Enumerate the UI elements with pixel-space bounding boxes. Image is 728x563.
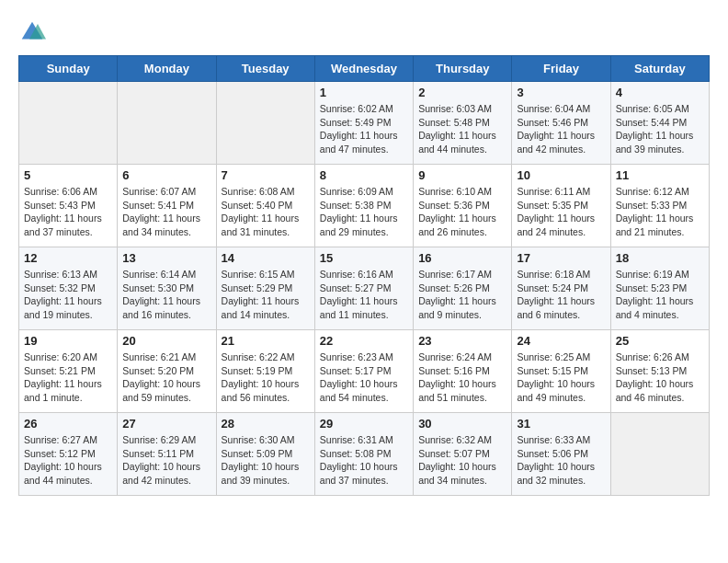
day-number: 1: [320, 86, 408, 99]
day-number: 25: [616, 334, 704, 348]
day-info: Sunrise: 6:17 AMSunset: 5:26 PMDaylight:…: [418, 268, 506, 322]
day-number: 26: [24, 417, 112, 431]
weekday-header-wednesday: Wednesday: [314, 56, 413, 82]
calendar-cell: 20Sunrise: 6:21 AMSunset: 5:20 PMDayligh…: [118, 330, 216, 413]
day-info: Sunrise: 6:22 AMSunset: 5:19 PMDaylight:…: [222, 350, 310, 405]
day-info: Sunrise: 6:08 AMSunset: 5:40 PMDaylight:…: [222, 185, 310, 239]
calendar-cell: 22Sunrise: 6:23 AMSunset: 5:17 PMDayligh…: [314, 330, 413, 413]
calendar-cell: 7Sunrise: 6:08 AMSunset: 5:40 PMDaylight…: [216, 165, 314, 247]
calendar-cell: 28Sunrise: 6:30 AMSunset: 5:09 PMDayligh…: [216, 413, 314, 496]
calendar-cell: 29Sunrise: 6:31 AMSunset: 5:08 PMDayligh…: [314, 413, 413, 496]
weekday-header-tuesday: Tuesday: [216, 56, 314, 82]
calendar-cell: 27Sunrise: 6:29 AMSunset: 5:11 PMDayligh…: [118, 413, 216, 496]
calendar-cell: 6Sunrise: 6:07 AMSunset: 5:41 PMDaylight…: [118, 165, 216, 247]
weekday-header-saturday: Saturday: [610, 56, 709, 82]
day-number: 15: [320, 251, 408, 265]
day-number: 11: [616, 168, 704, 182]
day-info: Sunrise: 6:05 AMSunset: 5:44 PMDaylight:…: [616, 102, 704, 156]
calendar-cell: 11Sunrise: 6:12 AMSunset: 5:33 PMDayligh…: [610, 165, 709, 247]
calendar-cell: 2Sunrise: 6:03 AMSunset: 5:48 PMDaylight…: [414, 82, 512, 165]
day-info: Sunrise: 6:14 AMSunset: 5:30 PMDaylight:…: [122, 268, 210, 322]
calendar-cell: 21Sunrise: 6:22 AMSunset: 5:19 PMDayligh…: [216, 330, 314, 413]
day-number: 6: [122, 168, 210, 182]
logo: [18, 18, 50, 46]
day-info: Sunrise: 6:32 AMSunset: 5:07 PMDaylight:…: [418, 433, 506, 488]
page-header: [18, 18, 710, 46]
day-info: Sunrise: 6:02 AMSunset: 5:49 PMDaylight:…: [320, 102, 408, 156]
day-number: 20: [122, 334, 210, 348]
day-number: 21: [222, 334, 310, 348]
week-row-0: 1Sunrise: 6:02 AMSunset: 5:49 PMDaylight…: [19, 82, 710, 165]
calendar-cell: 17Sunrise: 6:18 AMSunset: 5:24 PMDayligh…: [512, 247, 610, 330]
day-number: 19: [24, 334, 112, 348]
day-number: 7: [222, 168, 310, 182]
day-info: Sunrise: 6:13 AMSunset: 5:32 PMDaylight:…: [24, 268, 112, 322]
day-number: 2: [418, 86, 506, 99]
calendar-cell: [19, 82, 118, 165]
day-info: Sunrise: 6:19 AMSunset: 5:23 PMDaylight:…: [616, 268, 704, 322]
calendar-cell: 25Sunrise: 6:26 AMSunset: 5:13 PMDayligh…: [610, 330, 709, 413]
day-info: Sunrise: 6:04 AMSunset: 5:46 PMDaylight:…: [517, 102, 605, 156]
day-number: 9: [418, 168, 506, 182]
weekday-header-friday: Friday: [512, 56, 610, 82]
calendar-cell: 19Sunrise: 6:20 AMSunset: 5:21 PMDayligh…: [19, 330, 118, 413]
day-number: 17: [517, 251, 605, 265]
calendar-cell: 24Sunrise: 6:25 AMSunset: 5:15 PMDayligh…: [512, 330, 610, 413]
weekday-header-sunday: Sunday: [19, 56, 118, 82]
day-info: Sunrise: 6:03 AMSunset: 5:48 PMDaylight:…: [418, 102, 506, 156]
calendar-cell: 8Sunrise: 6:09 AMSunset: 5:38 PMDaylight…: [314, 165, 413, 247]
calendar-cell: 3Sunrise: 6:04 AMSunset: 5:46 PMDaylight…: [512, 82, 610, 165]
calendar-cell: 1Sunrise: 6:02 AMSunset: 5:49 PMDaylight…: [314, 82, 413, 165]
day-info: Sunrise: 6:29 AMSunset: 5:11 PMDaylight:…: [122, 433, 210, 488]
weekday-header-thursday: Thursday: [414, 56, 512, 82]
calendar-cell: [610, 413, 709, 496]
day-number: 8: [320, 168, 408, 182]
day-info: Sunrise: 6:20 AMSunset: 5:21 PMDaylight:…: [24, 350, 112, 405]
week-row-3: 19Sunrise: 6:20 AMSunset: 5:21 PMDayligh…: [19, 330, 710, 413]
calendar-cell: 26Sunrise: 6:27 AMSunset: 5:12 PMDayligh…: [19, 413, 118, 496]
weekday-header-row: SundayMondayTuesdayWednesdayThursdayFrid…: [19, 56, 710, 82]
calendar-cell: [118, 82, 216, 165]
week-row-4: 26Sunrise: 6:27 AMSunset: 5:12 PMDayligh…: [19, 413, 710, 496]
day-info: Sunrise: 6:16 AMSunset: 5:27 PMDaylight:…: [320, 268, 408, 322]
day-number: 5: [24, 168, 112, 182]
day-info: Sunrise: 6:09 AMSunset: 5:38 PMDaylight:…: [320, 185, 408, 239]
calendar-cell: 4Sunrise: 6:05 AMSunset: 5:44 PMDaylight…: [610, 82, 709, 165]
day-info: Sunrise: 6:21 AMSunset: 5:20 PMDaylight:…: [122, 350, 210, 405]
day-info: Sunrise: 6:25 AMSunset: 5:15 PMDaylight:…: [517, 350, 605, 405]
day-number: 28: [222, 417, 310, 431]
day-info: Sunrise: 6:33 AMSunset: 5:06 PMDaylight:…: [517, 433, 605, 488]
day-info: Sunrise: 6:31 AMSunset: 5:08 PMDaylight:…: [320, 433, 408, 488]
day-info: Sunrise: 6:23 AMSunset: 5:17 PMDaylight:…: [320, 350, 408, 405]
day-number: 12: [24, 251, 112, 265]
day-number: 23: [418, 334, 506, 348]
calendar-cell: 10Sunrise: 6:11 AMSunset: 5:35 PMDayligh…: [512, 165, 610, 247]
calendar-cell: 13Sunrise: 6:14 AMSunset: 5:30 PMDayligh…: [118, 247, 216, 330]
day-info: Sunrise: 6:07 AMSunset: 5:41 PMDaylight:…: [122, 185, 210, 239]
day-number: 29: [320, 417, 408, 431]
day-info: Sunrise: 6:11 AMSunset: 5:35 PMDaylight:…: [517, 185, 605, 239]
day-info: Sunrise: 6:26 AMSunset: 5:13 PMDaylight:…: [616, 350, 704, 405]
calendar-cell: 18Sunrise: 6:19 AMSunset: 5:23 PMDayligh…: [610, 247, 709, 330]
day-number: 24: [517, 334, 605, 348]
day-number: 22: [320, 334, 408, 348]
logo-icon: [18, 18, 46, 46]
day-number: 30: [418, 417, 506, 431]
day-info: Sunrise: 6:18 AMSunset: 5:24 PMDaylight:…: [517, 268, 605, 322]
calendar-cell: 23Sunrise: 6:24 AMSunset: 5:16 PMDayligh…: [414, 330, 512, 413]
day-number: 14: [222, 251, 310, 265]
day-number: 3: [517, 86, 605, 99]
day-info: Sunrise: 6:10 AMSunset: 5:36 PMDaylight:…: [418, 185, 506, 239]
day-number: 31: [517, 417, 605, 431]
weekday-header-monday: Monday: [118, 56, 216, 82]
day-number: 10: [517, 168, 605, 182]
calendar-cell: [216, 82, 314, 165]
day-info: Sunrise: 6:24 AMSunset: 5:16 PMDaylight:…: [418, 350, 506, 405]
day-number: 27: [122, 417, 210, 431]
day-info: Sunrise: 6:30 AMSunset: 5:09 PMDaylight:…: [222, 433, 310, 488]
calendar-cell: 15Sunrise: 6:16 AMSunset: 5:27 PMDayligh…: [314, 247, 413, 330]
calendar-cell: 30Sunrise: 6:32 AMSunset: 5:07 PMDayligh…: [414, 413, 512, 496]
day-number: 16: [418, 251, 506, 265]
day-info: Sunrise: 6:27 AMSunset: 5:12 PMDaylight:…: [24, 433, 112, 488]
day-info: Sunrise: 6:12 AMSunset: 5:33 PMDaylight:…: [616, 185, 704, 239]
